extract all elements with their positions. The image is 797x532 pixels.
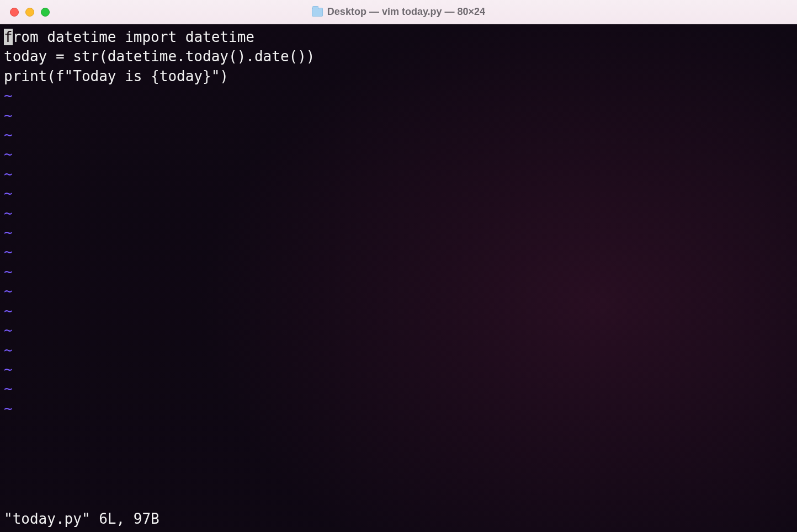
code-line-5: print(f"Today is {today}") — [4, 67, 793, 86]
empty-line-marker: ~ — [4, 262, 793, 281]
empty-line-marker: ~ — [4, 301, 793, 321]
empty-line-marker: ~ — [4, 125, 793, 145]
empty-line-marker: ~ — [4, 164, 793, 184]
titlebar[interactable]: Desktop — vim today.py — 80×24 — [0, 0, 797, 24]
empty-line-marker: ~ — [4, 204, 793, 223]
empty-line-marker: ~ — [4, 281, 793, 301]
maximize-icon[interactable] — [41, 8, 50, 17]
empty-line-marker: ~ — [4, 321, 793, 340]
close-icon[interactable] — [10, 8, 19, 17]
empty-line-marker: ~ — [4, 379, 793, 398]
empty-line-marker: ~ — [4, 242, 793, 262]
empty-line-marker: ~ — [4, 341, 793, 360]
window-title-text: Desktop — vim today.py — 80×24 — [327, 6, 485, 18]
window-title: Desktop — vim today.py — 80×24 — [0, 6, 797, 18]
code-line-1: from datetime import datetime — [4, 28, 793, 47]
empty-line-marker: ~ — [4, 184, 793, 203]
minimize-icon[interactable] — [25, 8, 34, 17]
empty-line-marker: ~ — [4, 86, 793, 105]
code-text: rom datetime import datetime — [13, 29, 254, 45]
terminal-window: Desktop — vim today.py — 80×24 from date… — [0, 0, 797, 532]
empty-line-marker: ~ — [4, 145, 793, 164]
window-controls — [10, 8, 50, 17]
folder-icon — [312, 8, 323, 17]
vim-status-line: "today.py" 6L, 97B — [4, 509, 160, 529]
empty-line-marker: ~ — [4, 106, 793, 125]
terminal-viewport[interactable]: from datetime import datetime today = st… — [0, 24, 797, 532]
cursor: f — [4, 29, 13, 45]
empty-line-marker: ~ — [4, 399, 793, 418]
empty-line-marker: ~ — [4, 360, 793, 379]
empty-line-marker: ~ — [4, 223, 793, 242]
code-line-3: today = str(datetime.today().date()) — [4, 47, 793, 66]
